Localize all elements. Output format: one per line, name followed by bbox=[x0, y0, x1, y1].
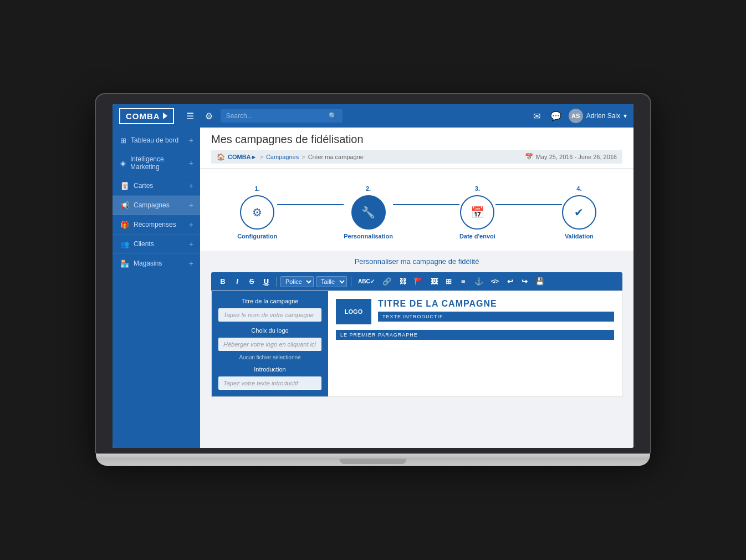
mail-button[interactable]: ✉ bbox=[530, 109, 543, 123]
sidebar-item-magasins[interactable]: 🏪 Magasins + bbox=[113, 254, 200, 273]
size-select[interactable]: Taille bbox=[316, 276, 347, 287]
sidebar-label-magasins: Magasins bbox=[134, 259, 162, 267]
table-button[interactable]: ⊞ bbox=[443, 276, 455, 287]
anchor-button[interactable]: ⚓ bbox=[472, 276, 486, 287]
home-icon: 🏠 bbox=[217, 153, 225, 161]
content-area: Mes campagnes de fidélisation 🏠 COMBA► >… bbox=[200, 128, 633, 448]
wizard-line-3 bbox=[495, 204, 562, 205]
campaign-title-input[interactable] bbox=[218, 308, 321, 322]
wizard-step-personnalisation[interactable]: 2. 🔧 Personnalisation bbox=[344, 185, 393, 240]
intro-group: Introduction bbox=[218, 366, 321, 390]
sidebar-item-campagnes[interactable]: 📢 Campagnes + bbox=[113, 196, 200, 215]
step3-circle: 📅 bbox=[460, 195, 494, 230]
sidebar: ⊞ Tableau de bord + ◈ Intelligence Marke… bbox=[113, 128, 200, 448]
intro-input[interactable] bbox=[218, 376, 321, 390]
preview-campaign-title: TITRE DE LA CAMPAGNE bbox=[378, 299, 614, 309]
editor-content: Titre de la campagne Choix du logo Aucun… bbox=[211, 291, 622, 397]
step1-label: Configuration bbox=[237, 233, 277, 240]
laptop-wrapper: COMBA ☰ ⚙ 🔍 ✉ bbox=[96, 94, 650, 466]
sidebar-plus-tableau: + bbox=[189, 136, 193, 145]
search-input[interactable] bbox=[226, 112, 325, 120]
cartes-icon: 🃏 bbox=[120, 182, 129, 190]
logo-input[interactable] bbox=[218, 338, 321, 351]
step2-number: 2. bbox=[366, 185, 371, 192]
preview-header: LOGO TITRE DE LA CAMPAGNE TEXTE INTRODUC… bbox=[336, 299, 614, 324]
sidebar-plus-cartes: + bbox=[189, 181, 193, 190]
wizard-steps: 1. ⚙ Configuration 2. 🔧 Personnalisation bbox=[211, 180, 622, 245]
sidebar-item-recompenses[interactable]: 🎁 Récompenses + bbox=[113, 215, 200, 235]
undo-button[interactable]: ↩ bbox=[504, 276, 516, 287]
sidebar-label-campagnes: Campagnes bbox=[134, 201, 170, 209]
strikethrough-button[interactable]: S bbox=[246, 276, 258, 287]
link-button[interactable]: 🔗 bbox=[380, 276, 394, 287]
bold-button[interactable]: B bbox=[217, 276, 229, 287]
sidebar-item-intelligence-marketing[interactable]: ◈ Intelligence Marketing + bbox=[113, 150, 200, 176]
laptop-base bbox=[96, 454, 650, 466]
page-title: Mes campagnes de fidélisation bbox=[211, 133, 622, 146]
sidebar-label-intelligence: Intelligence Marketing bbox=[130, 155, 189, 171]
clients-icon: 👥 bbox=[120, 240, 129, 248]
menu-button[interactable]: ☰ bbox=[183, 109, 197, 124]
code-button[interactable]: </> bbox=[488, 277, 502, 286]
abc-button[interactable]: ABC✓ bbox=[355, 277, 377, 286]
magasins-icon: 🏪 bbox=[120, 259, 129, 268]
intelligence-icon: ◈ bbox=[120, 159, 126, 167]
sidebar-plus-magasins: + bbox=[189, 259, 193, 268]
breadcrumb: 🏠 COMBA► > Campagnes > Créer ma campagne… bbox=[211, 150, 622, 164]
sidebar-plus-clients: + bbox=[189, 240, 193, 248]
wizard-line-2 bbox=[393, 204, 459, 205]
sidebar-item-clients[interactable]: 👥 Clients + bbox=[113, 235, 200, 254]
calendar-icon: 📅 bbox=[525, 153, 533, 161]
sidebar-label-recompenses: Récompenses bbox=[134, 221, 176, 228]
lines-button[interactable]: ≡ bbox=[457, 276, 469, 287]
step4-circle: ✔ bbox=[562, 195, 596, 230]
chat-icon: 💬 bbox=[550, 111, 561, 121]
campaign-title-label: Titre de la campagne bbox=[218, 298, 321, 304]
sidebar-item-tableau-de-bord[interactable]: ⊞ Tableau de bord + bbox=[113, 131, 200, 150]
preview-title-area: TITRE DE LA CAMPAGNE TEXTE INTRODUCTIF bbox=[378, 299, 614, 322]
user-menu[interactable]: AS Adrien Saix ▾ bbox=[569, 109, 627, 123]
step4-number: 4. bbox=[576, 185, 581, 192]
mail-icon: ✉ bbox=[533, 111, 540, 121]
settings-button[interactable]: ⚙ bbox=[202, 109, 216, 124]
step1-number: 1. bbox=[255, 185, 260, 192]
unlink-button[interactable]: ⛓ bbox=[396, 276, 409, 287]
sidebar-label-tableau-de-bord: Tableau de bord bbox=[131, 136, 178, 144]
wizard-step-configuration[interactable]: 1. ⚙ Configuration bbox=[237, 185, 277, 240]
save-button[interactable]: 💾 bbox=[533, 276, 547, 287]
logo-text: COMBA bbox=[126, 111, 160, 121]
form-area: Personnaliser ma campagne de fidélité B … bbox=[200, 251, 633, 404]
sidebar-plus-intelligence: + bbox=[189, 159, 193, 167]
chat-button[interactable]: 💬 bbox=[548, 109, 564, 123]
form-subtitle: Personnaliser ma campagne de fidélité bbox=[211, 257, 622, 266]
nav-right: ✉ 💬 AS Adrien Saix ▾ bbox=[530, 109, 627, 123]
sidebar-plus-campagnes: + bbox=[189, 201, 193, 210]
image-button[interactable]: 🖼 bbox=[428, 276, 441, 287]
wizard-area: 1. ⚙ Configuration 2. 🔧 Personnalisation bbox=[200, 169, 633, 251]
wizard-step-validation[interactable]: 4. ✔ Validation bbox=[562, 185, 596, 240]
breadcrumb-campagnes[interactable]: Campagnes bbox=[266, 154, 299, 160]
app-logo: COMBA bbox=[119, 108, 174, 124]
preview-paragraph-bar: LE PREMIER PARAGRAPHE bbox=[336, 330, 614, 340]
font-select[interactable]: Police bbox=[280, 276, 314, 287]
editor-left-panel: Titre de la campagne Choix du logo Aucun… bbox=[212, 291, 328, 396]
breadcrumb-home[interactable]: COMBA► bbox=[228, 154, 257, 160]
sidebar-item-cartes[interactable]: 🃏 Cartes + bbox=[113, 176, 200, 196]
toolbar-separator-1 bbox=[276, 277, 277, 287]
dashboard-icon: ⊞ bbox=[120, 136, 126, 145]
flag-button[interactable]: 🚩 bbox=[411, 276, 426, 287]
laptop-notch bbox=[340, 459, 406, 464]
preview-intro-bar: TEXTE INTRODUCTIF bbox=[378, 312, 614, 322]
logo-arrow-icon bbox=[163, 113, 167, 119]
italic-button[interactable]: I bbox=[231, 276, 243, 287]
step3-number: 3. bbox=[475, 185, 480, 192]
page-header: Mes campagnes de fidélisation 🏠 COMBA► >… bbox=[200, 128, 633, 169]
redo-button[interactable]: ↪ bbox=[518, 276, 530, 287]
top-navigation: COMBA ☰ ⚙ 🔍 ✉ bbox=[113, 104, 633, 128]
sidebar-label-clients: Clients bbox=[134, 240, 154, 248]
underline-button[interactable]: U̲ bbox=[260, 276, 272, 287]
editor-toolbar: B I S U̲ Police Taille bbox=[211, 272, 622, 291]
avatar: AS bbox=[569, 109, 583, 123]
search-icon: 🔍 bbox=[329, 112, 337, 120]
wizard-step-date-envoi[interactable]: 3. 📅 Date d'envoi bbox=[459, 185, 495, 240]
